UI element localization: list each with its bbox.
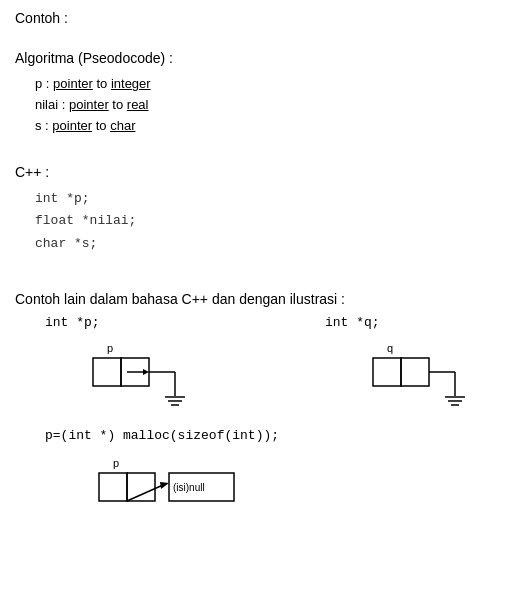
malloc-arrowhead	[160, 482, 169, 489]
section-title: Contoh :	[15, 10, 510, 26]
cpp-code: int *p; float *nilai; char *s;	[35, 188, 510, 254]
decl-left: int *p;	[45, 315, 245, 330]
algo-p-keyword1: pointer	[53, 76, 93, 91]
illustration-section: Contoh lain dalam bahasa C++ dan dengan …	[15, 291, 510, 538]
cpp-line-2: float *nilai;	[35, 210, 510, 232]
q-box-left	[373, 358, 401, 386]
algo-s-sep: to	[92, 118, 110, 133]
algo-item-p: p : pointer to integer	[35, 74, 510, 95]
algo-nilai-keyword2: real	[127, 97, 149, 112]
algo-s-keyword1: pointer	[52, 118, 92, 133]
algo-s-keyword2: char	[110, 118, 135, 133]
algo-title: Algoritma (Pseodocode) :	[15, 50, 510, 66]
decl-row: int *p; int *q;	[45, 315, 510, 330]
algo-nilai-text: nilai :	[35, 97, 69, 112]
algo-p-text: p :	[35, 76, 53, 91]
malloc-label-p: p	[113, 457, 119, 469]
decl-right: int *q;	[325, 315, 380, 330]
malloc-code: p=(int *) malloc(sizeof(int));	[45, 428, 510, 443]
malloc-diagram: p (isi)null	[95, 455, 510, 538]
null-label: (isi)null	[173, 482, 205, 493]
algo-section: Algoritma (Pseodocode) : p : pointer to …	[15, 50, 510, 136]
diagram-q: q	[355, 340, 475, 413]
cpp-line-3: char *s;	[35, 233, 510, 255]
algo-p-sep: to	[93, 76, 111, 91]
label-p: p	[107, 342, 113, 354]
algo-item-s: s : pointer to char	[35, 116, 510, 137]
cpp-section: C++ : int *p; float *nilai; char *s;	[15, 164, 510, 254]
algo-nilai-sep: to	[109, 97, 127, 112]
page-container: Contoh : Algoritma (Pseodocode) : p : po…	[15, 10, 510, 538]
cpp-line-1: int *p;	[35, 188, 510, 210]
label-q: q	[387, 342, 393, 354]
malloc-svg: p (isi)null	[95, 455, 295, 535]
algo-item-nilai: nilai : pointer to real	[35, 95, 510, 116]
q-box-right	[401, 358, 429, 386]
algo-p-keyword2: integer	[111, 76, 151, 91]
algo-nilai-keyword1: pointer	[69, 97, 109, 112]
algo-s-text: s :	[35, 118, 52, 133]
malloc-box-left	[99, 473, 127, 501]
diagram-p: p	[75, 340, 195, 413]
diagram-p-svg: p	[75, 340, 195, 410]
illus-title: Contoh lain dalam bahasa C++ dan dengan …	[15, 291, 510, 307]
diagram-q-svg: q	[355, 340, 475, 410]
p-box-left	[93, 358, 121, 386]
p-inner-arrowhead	[143, 369, 149, 375]
diagram-row: p	[75, 340, 510, 413]
malloc-box-right	[127, 473, 155, 501]
malloc-diag-arrow	[127, 485, 163, 501]
cpp-title: C++ :	[15, 164, 510, 180]
